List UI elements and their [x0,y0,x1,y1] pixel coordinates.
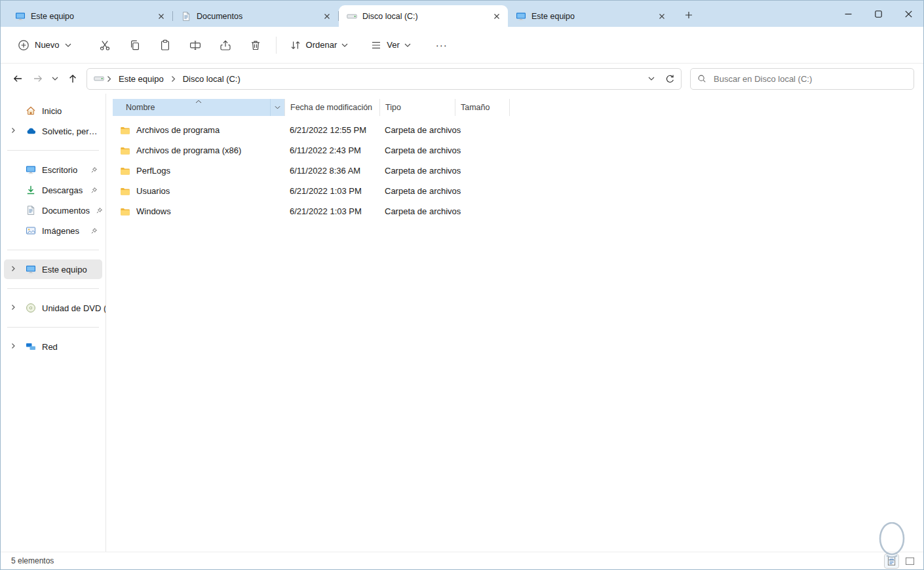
sidebar-item-inicio[interactable]: Inicio [4,101,102,121]
breadcrumb-disco-local[interactable]: Disco local (C:) [178,71,245,86]
close-tab-icon[interactable] [320,9,334,24]
cloud-icon [26,126,36,136]
sidebar-item-red[interactable]: Red [4,337,102,356]
file-type: Carpeta de archivos [379,186,455,196]
column-filter-dropdown[interactable] [270,99,284,116]
search-box[interactable] [690,68,914,90]
view-switcher [885,554,917,568]
sidebar-item-unidad-dvd[interactable]: Unidad de DVD (D:) [4,298,102,318]
file-type: Carpeta de archivos [379,166,455,176]
paste-button[interactable] [151,33,179,58]
tab-label: Disco local (C:) [362,12,484,21]
tab-este-equipo-2[interactable]: Este equipo [508,5,673,27]
computer-icon [516,11,526,22]
file-row-windows[interactable]: Windows 6/21/2022 1:03 PM Carpeta de arc… [113,201,913,221]
computer-icon [26,264,36,275]
tab-documentos[interactable]: Documentos [173,5,338,27]
sidebar-divider [7,250,99,250]
drive-icon [94,73,104,84]
items-count: 5 elementos [11,556,54,565]
delete-button[interactable] [242,33,269,58]
sidebar-item-label: Unidad de DVD (D:) [42,303,106,313]
recent-locations-button[interactable] [48,69,62,89]
tab-label: Este equipo [31,12,149,21]
maximize-button[interactable] [863,1,893,27]
column-header-tamano[interactable]: Tamaño [455,99,510,116]
column-header-fecha[interactable]: Fecha de modificación [284,99,379,116]
chevron-right-icon[interactable] [9,126,17,134]
sidebar-item-escritorio[interactable]: Escritorio [4,160,102,180]
tab-label: Documentos [197,12,315,21]
cut-button[interactable] [91,33,119,58]
search-input[interactable] [712,73,907,85]
folder-icon [120,145,130,156]
rename-button[interactable] [182,33,209,58]
chevron-down-icon [648,77,655,81]
minimize-button[interactable] [833,1,863,27]
details-view-button[interactable] [885,554,898,568]
rename-icon [189,39,201,51]
arrow-up-icon [67,73,78,84]
chevron-right-icon[interactable] [9,303,17,311]
back-button[interactable] [7,69,28,89]
column-header-label: Nombre [126,103,155,112]
up-button[interactable] [62,69,83,89]
column-header-label: Tamaño [461,103,490,112]
navigation-pane: Inicio Solvetic, personal Escritorio Des… [1,94,106,552]
file-modified: 6/21/2022 1:03 PM [284,206,379,216]
refresh-button[interactable] [661,70,678,87]
share-button[interactable] [212,33,239,58]
status-bar: 5 elementos [1,552,923,569]
sidebar-item-imagenes[interactable]: Imágenes [4,221,102,240]
large-icons-view-button[interactable] [903,554,917,568]
file-row-perflogs[interactable]: PerfLogs 6/11/2022 8:36 AM Carpeta de ar… [113,161,913,181]
sidebar-item-documentos[interactable]: Documentos [4,200,102,220]
tab-este-equipo-1[interactable]: Este equipo [7,5,172,27]
column-header-tipo[interactable]: Tipo [379,99,455,116]
sidebar-divider [7,288,99,289]
forward-button[interactable] [28,69,48,89]
tab-disco-local-c-active[interactable]: Disco local (C:) [339,5,508,27]
sidebar-item-descargas[interactable]: Descargas [4,180,102,200]
folder-icon [120,186,130,197]
sort-ascending-icon [195,100,202,104]
file-row-archivos-de-programa[interactable]: Archivos de programa 6/21/2022 12:55 PM … [113,120,913,140]
breadcrumb-este-equipo[interactable]: Este equipo [114,71,168,86]
sidebar-item-este-equipo[interactable]: Este equipo [4,259,102,279]
sort-button[interactable]: Ordenar [283,34,355,56]
address-bar[interactable]: Este equipo Disco local (C:) [87,68,682,90]
sort-icon [290,39,301,51]
chevron-down-icon [52,77,58,81]
plus-circle-icon [18,39,29,51]
sidebar-item-onedrive[interactable]: Solvetic, personal [4,121,102,141]
more-options-button[interactable]: ··· [428,37,455,53]
new-button[interactable]: Nuevo [11,35,78,56]
clipboard-icon [159,39,171,51]
close-window-button[interactable] [893,1,923,27]
view-button[interactable]: Ver [364,34,417,56]
chevron-down-icon [65,43,71,47]
copy-button[interactable] [121,33,149,58]
file-row-usuarios[interactable]: Usuarios 6/21/2022 1:03 PM Carpeta de ar… [113,181,913,201]
document-icon [181,11,191,22]
trash-icon [250,39,261,51]
list-view-icon [370,39,382,51]
close-tab-icon[interactable] [655,9,669,24]
sidebar-item-label: Documentos [42,206,90,216]
sidebar-item-label: Descargas [42,185,83,195]
dvd-icon [26,303,36,313]
folder-icon [120,125,130,136]
file-modified: 6/21/2022 1:03 PM [284,186,379,196]
file-modified: 6/21/2022 12:55 PM [284,125,379,135]
pin-icon [90,187,98,194]
close-tab-icon[interactable] [154,9,168,24]
column-header-nombre[interactable]: Nombre [113,99,284,116]
close-tab-icon[interactable] [490,9,504,24]
chevron-right-icon[interactable] [9,342,17,350]
address-dropdown-button[interactable] [643,70,660,87]
pin-icon [90,166,98,174]
new-tab-button[interactable] [680,6,698,24]
view-button-label: Ver [387,40,400,50]
file-row-archivos-de-programa-x86[interactable]: Archivos de programa (x86) 6/11/2022 2:4… [113,140,913,161]
chevron-right-icon[interactable] [9,265,17,273]
